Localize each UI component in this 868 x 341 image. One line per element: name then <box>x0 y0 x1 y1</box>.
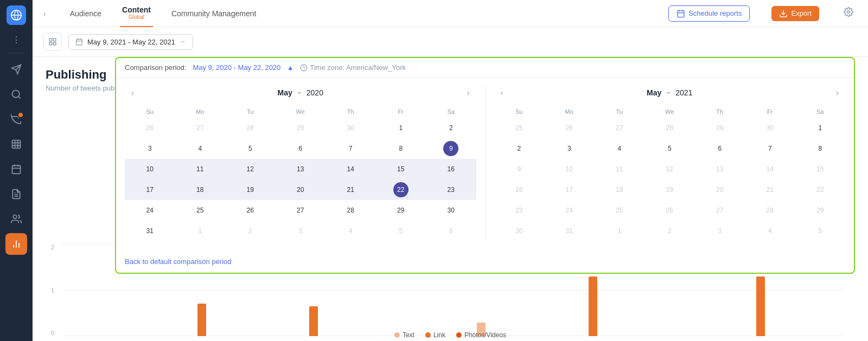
top-nav: › Audience Content Global Community Mana… <box>33 0 868 27</box>
svg-rect-30 <box>53 42 56 45</box>
chart-bar[interactable] <box>309 306 318 336</box>
chevron-down-icon <box>180 38 186 45</box>
settings-icon <box>844 7 853 17</box>
app-logo[interactable] <box>7 5 26 25</box>
back-to-default: Back to default comparison period <box>116 250 854 273</box>
clock-icon <box>300 64 308 72</box>
comparison-dates[interactable]: May 9, 2020 - May 22, 2020 <box>193 63 280 72</box>
settings-button[interactable] <box>840 5 857 22</box>
cal-row: 10 11 12 13 14 15 16 <box>125 159 476 179</box>
svg-line-4 <box>18 96 21 99</box>
cal-prev-button-right[interactable]: ‹ <box>496 86 508 99</box>
grid-icon <box>48 37 57 46</box>
sidebar-item-inbox[interactable] <box>5 108 27 130</box>
svg-rect-6 <box>12 140 21 149</box>
export-icon <box>779 9 788 18</box>
calendar-separator <box>485 86 486 241</box>
legend-link-dot <box>425 332 431 338</box>
sidebar: ⋮ <box>0 0 33 341</box>
chart-y-axis: 2 1 0 <box>46 244 56 336</box>
cal-year-right: 2021 <box>675 88 692 97</box>
cal-row: 17 18 19 20 21 22 23 <box>125 179 476 200</box>
content-area: Publishing Number of tweets published Co… <box>33 57 868 341</box>
cal-row: 24 25 26 27 28 29 30 <box>125 200 476 221</box>
cal-row: 30 31 1 2 3 4 5 <box>494 221 846 241</box>
chart-bar[interactable] <box>756 276 765 336</box>
tab-audience[interactable]: Audience <box>68 0 104 27</box>
cal-month-right[interactable]: May <box>647 88 661 97</box>
sidebar-item-calendar[interactable] <box>5 158 27 180</box>
sidebar-item-search[interactable] <box>5 83 27 105</box>
svg-point-26 <box>847 11 850 14</box>
sub-nav: May 9, 2021 - May 22, 2021 <box>33 27 868 57</box>
svg-rect-29 <box>49 42 52 45</box>
legend-text: Text <box>394 331 414 339</box>
svg-rect-27 <box>49 38 52 41</box>
legend-text-dot <box>394 332 400 338</box>
month-dropdown-icon-left <box>297 90 302 95</box>
cal-row: 23 24 25 26 27 28 29 <box>494 200 846 221</box>
cal-row: 16 17 18 19 20 21 22 <box>494 179 846 200</box>
cal-header-row-right: Su Mo Tu We Th Fr Sa <box>494 106 846 118</box>
tab-community[interactable]: Community Management <box>169 0 258 27</box>
legend-photos-dot <box>456 332 462 338</box>
date-range-picker[interactable]: May 9, 2021 - May 22, 2021 <box>68 34 193 50</box>
bar-group <box>62 244 118 336</box>
cal-row: 25 26 27 28 29 30 1 <box>494 118 846 138</box>
view-toggle[interactable] <box>43 33 62 51</box>
comparison-panel: Comparison period: May 9, 2020 - May 22,… <box>115 57 855 274</box>
chart-legend: Text Link Photos/Videos <box>394 331 506 339</box>
comparison-header: Comparison period: May 9, 2020 - May 22,… <box>116 58 854 78</box>
month-dropdown-icon-right <box>666 90 671 95</box>
tab-content[interactable]: Content Global <box>120 0 153 27</box>
svg-rect-28 <box>53 38 56 41</box>
chart-bar[interactable] <box>197 304 206 336</box>
sidebar-item-charts[interactable] <box>5 233 27 255</box>
main-content: › Audience Content Global Community Mana… <box>33 0 868 341</box>
svg-rect-31 <box>76 39 82 45</box>
back-to-default-link[interactable]: Back to default comparison period <box>125 258 232 266</box>
sidebar-item-analytics[interactable] <box>5 133 27 155</box>
sidebar-item-reports[interactable] <box>5 183 27 205</box>
calendar-left-header: ‹ May 2020 › <box>125 86 476 99</box>
cal-header-row-left: Su Mo Tu We Th Fr Sa <box>125 106 476 118</box>
cal-year-left: 2020 <box>307 88 323 97</box>
schedule-icon <box>676 9 685 18</box>
cal-row: 26 27 28 29 30 1 2 <box>125 118 476 138</box>
calendar-icon <box>75 38 83 46</box>
calendar-left: ‹ May 2020 › Su Mo <box>125 86 476 241</box>
legend-link: Link <box>425 331 445 339</box>
svg-rect-11 <box>12 165 21 173</box>
legend-photos: Photos/Videos <box>456 331 506 339</box>
cal-row: 31 1 2 3 4 5 6 <box>125 221 476 241</box>
chart-bar[interactable] <box>589 276 597 336</box>
cal-month-left[interactable]: May <box>278 88 292 97</box>
sidebar-item-publish[interactable] <box>5 59 27 80</box>
nav-back-button[interactable]: › <box>43 9 46 18</box>
cal-grid-right: Su Mo Tu We Th Fr Sa 25 26 <box>494 106 846 241</box>
comparison-toggle[interactable]: ▲ <box>287 64 293 72</box>
calendar-right-header: ‹ May 2021 › <box>494 86 846 99</box>
schedule-reports-button[interactable]: Schedule reports <box>668 5 750 22</box>
calendar-right: ‹ May 2021 › Su Mo <box>494 86 846 241</box>
cal-row: 9 10 11 12 13 14 15 <box>494 159 846 179</box>
more-icon[interactable]: ⋮ <box>10 33 23 47</box>
cal-row: 3 4 5 6 7 8 9 <box>125 138 476 159</box>
cal-next-button-left[interactable]: › <box>463 86 474 99</box>
svg-point-17 <box>13 215 17 219</box>
svg-rect-21 <box>678 10 684 17</box>
sidebar-item-users[interactable] <box>5 208 27 230</box>
sidebar-divider <box>8 53 24 53</box>
cal-row: 2 3 4 5 6 7 8 <box>494 138 846 159</box>
timezone-info: Time zone: America/New_York <box>300 63 406 72</box>
export-button[interactable]: Export <box>771 6 819 21</box>
cal-next-button-right[interactable]: › <box>832 86 843 99</box>
cal-prev-button-left[interactable]: ‹ <box>127 86 138 99</box>
svg-point-3 <box>12 91 20 98</box>
cal-grid-left: Su Mo Tu We Th Fr Sa 26 27 <box>125 106 476 241</box>
calendars-container: ‹ May 2020 › Su Mo <box>116 78 854 250</box>
